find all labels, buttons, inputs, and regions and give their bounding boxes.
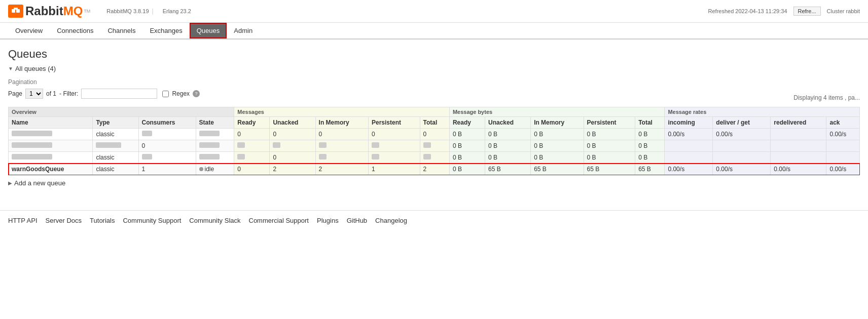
footer-link[interactable]: Plugins	[317, 217, 339, 224]
table-row[interactable]: classic 000000 B0 B0 B0 B0 B0.00/s0.00/s…	[9, 129, 860, 140]
add-queue-row: ▶ Add a new queue	[8, 179, 860, 187]
top-right: Refreshed 2022-04-13 11:29:34 Refre... C…	[708, 7, 860, 16]
col-persistent: Persistent	[368, 117, 420, 129]
nav-overview[interactable]: Overview	[8, 23, 50, 38]
section-header: ▼ All queues (4)	[8, 65, 860, 72]
refresh-button[interactable]: Refre...	[793, 7, 821, 16]
rabbitmq-version: RabbitMQ 3.8.19	[106, 8, 149, 14]
footer-link[interactable]: HTTP API	[8, 217, 38, 224]
all-queues-label: All queues (4)	[15, 65, 56, 72]
queue-tbody: classic 000000 B0 B0 B0 B0 B0.00/s0.00/s…	[9, 129, 860, 175]
add-queue-label: Add a new queue	[14, 179, 65, 187]
col-ready: Ready	[234, 117, 270, 129]
add-queue-triangle: ▶	[8, 180, 12, 186]
col-bytes-in-memory: In Memory	[531, 117, 584, 129]
footer-link[interactable]: Changelog	[375, 217, 407, 224]
group-overview: Overview	[9, 107, 234, 117]
state-dot	[199, 167, 203, 171]
group-message-bytes: Message bytes	[449, 107, 665, 117]
page-select[interactable]: 1	[25, 89, 43, 99]
logo-icon	[8, 5, 23, 18]
filter-input[interactable]	[81, 89, 157, 99]
footer-link[interactable]: Community Support	[123, 217, 181, 224]
col-state: State	[196, 117, 234, 129]
pagination-wrapper: Page 1 of 1 - Filter: Regex ? Displaying…	[8, 89, 860, 107]
col-deliver-get: deliver / get	[713, 117, 771, 129]
nav-queues[interactable]: Queues	[190, 23, 227, 38]
svg-rect-0	[12, 9, 15, 13]
nav-connections[interactable]: Connections	[50, 23, 100, 38]
group-message-rates: Message rates	[665, 107, 860, 117]
table-row[interactable]: warnGoodsQueueclassic1idle022120 B65 B65…	[9, 164, 860, 175]
col-total: Total	[420, 117, 449, 129]
col-redelivered: redelivered	[771, 117, 826, 129]
refreshed-text: Refreshed 2022-04-13 11:29:34	[708, 8, 787, 14]
svg-rect-1	[16, 9, 20, 13]
logo: RabbitMQTM	[8, 4, 90, 18]
col-incoming: incoming	[665, 117, 713, 129]
of-text: of 1	[46, 90, 56, 97]
table-row[interactable]: classic 0 0 B0 B0 B0 B0 B	[9, 152, 860, 164]
pagination-row: Page 1 of 1 - Filter: Regex ?	[8, 89, 200, 99]
cluster-info: Cluster rabbit	[827, 8, 860, 14]
filter-dash: - Filter:	[59, 90, 78, 97]
col-unacked: Unacked	[270, 117, 315, 129]
col-type: Type	[93, 117, 138, 129]
footer-link[interactable]: Community Slack	[189, 217, 240, 224]
column-header-row: Name Type Consumers State Ready Unacked …	[9, 117, 860, 129]
nav-exchanges[interactable]: Exchanges	[142, 23, 189, 38]
pagination-label: Pagination	[8, 78, 860, 86]
col-in-memory: In Memory	[315, 117, 368, 129]
nav-admin[interactable]: Admin	[227, 23, 260, 38]
page-label: Page	[8, 90, 22, 97]
col-ack: ack	[826, 117, 860, 129]
footer-link[interactable]: GitHub	[347, 217, 367, 224]
col-consumers: Consumers	[138, 117, 196, 129]
logo-text: RabbitMQTM	[25, 4, 90, 18]
col-bytes-unacked: Unacked	[485, 117, 530, 129]
footer: HTTP APIServer DocsTutorialsCommunity Su…	[0, 210, 868, 230]
col-bytes-persistent: Persistent	[584, 117, 635, 129]
regex-checkbox[interactable]	[162, 91, 169, 97]
regex-label: Regex	[172, 90, 190, 97]
add-queue-toggle[interactable]: ▶ Add a new queue	[8, 179, 860, 187]
col-bytes-total: Total	[635, 117, 665, 129]
help-icon[interactable]: ?	[193, 90, 200, 97]
page-title: Queues	[8, 48, 860, 61]
top-bar: RabbitMQTM RabbitMQ 3.8.19 | Erlang 23.2…	[0, 0, 868, 23]
svg-rect-2	[14, 8, 18, 10]
main-content: Queues ▼ All queues (4) Pagination Page …	[0, 39, 868, 195]
group-messages: Messages	[234, 107, 450, 117]
col-bytes-ready: Ready	[449, 117, 485, 129]
erlang-version: Erlang 23.2	[163, 8, 191, 14]
table-wrapper: Overview Messages Message bytes Message …	[8, 107, 860, 175]
nav-bar: Overview Connections Channels Exchanges …	[0, 23, 868, 39]
nav-channels[interactable]: Channels	[100, 23, 142, 38]
table-row[interactable]: 0 0 B0 B0 B0 B0 B	[9, 140, 860, 152]
queue-table: Overview Messages Message bytes Message …	[8, 107, 860, 175]
group-header-row: Overview Messages Message bytes Message …	[9, 107, 860, 117]
col-name: Name	[9, 117, 93, 129]
footer-link[interactable]: Server Docs	[46, 217, 82, 224]
collapse-icon[interactable]: ▼	[8, 66, 13, 71]
footer-link[interactable]: Tutorials	[90, 217, 115, 224]
displaying-text: Displaying 4 items , pa...	[793, 94, 860, 101]
footer-link[interactable]: Commercial Support	[249, 217, 309, 224]
